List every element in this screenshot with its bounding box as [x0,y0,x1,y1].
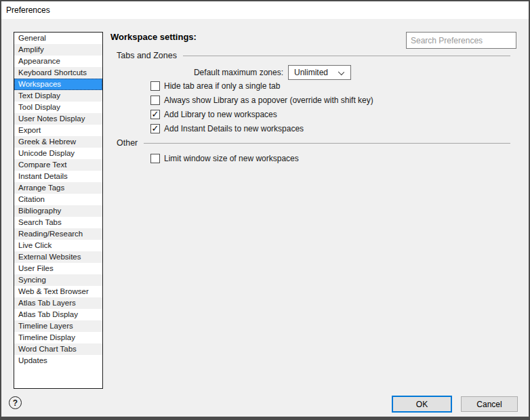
group-header-other: Other [117,138,510,148]
other-checkboxes: Limit window size of new workspaces [150,152,299,167]
question-mark-icon: ? [13,398,18,408]
search-input[interactable] [406,32,516,49]
cancel-button[interactable]: Cancel [461,396,518,412]
sidebar-item-search-tabs[interactable]: Search Tabs [14,217,102,228]
group-rule [144,143,510,144]
default-maximum-zones-label: Default maximum zones: [117,68,288,77]
ok-button[interactable]: OK [392,396,452,413]
sidebar-item-timeline-layers[interactable]: Timeline Layers [14,320,102,332]
checkbox-label: Limit window size of new workspaces [164,154,299,163]
sidebar-item-citation[interactable]: Citation [14,194,102,205]
sidebar-item-atlas-tab-display[interactable]: Atlas Tab Display [14,309,102,320]
page-title: Workspace settings: [110,32,197,42]
preferences-window: Preferences GeneralAmplifyAppearanceKeyb… [0,0,530,420]
sidebar-item-syncing[interactable]: Syncing [14,274,102,286]
group-rule [183,56,510,56]
tabs-and-zones-checkboxes: Hide tab area if only a single tabAlways… [150,80,373,137]
group-header-tabs-and-zones: Tabs and Zones [117,51,510,60]
default-maximum-zones-dropdown[interactable]: Unlimited [288,65,351,80]
sidebar-item-instant-details[interactable]: Instant Details [14,171,102,182]
sidebar-item-amplify[interactable]: Amplify [14,44,102,56]
chevron-down-icon [338,69,344,75]
checkbox-label: Add Library to new workspaces [164,110,277,119]
sidebar-item-user-files[interactable]: User Files [14,263,102,274]
checkbox-label: Hide tab area if only a single tab [164,81,280,91]
checkbox-unchecked-icon[interactable] [150,96,160,105]
sidebar-item-text-display[interactable]: Text Display [14,90,102,102]
help-button[interactable]: ? [9,396,22,409]
sidebar-item-compare-text[interactable]: Compare Text [14,159,102,171]
sidebar-item-keyboard-shortcuts[interactable]: Keyboard Shortcuts [14,67,102,79]
sidebar-list[interactable]: GeneralAmplifyAppearanceKeyboard Shortcu… [14,32,103,389]
checkbox-checked-icon[interactable]: ✓ [150,110,160,119]
checkbox-row[interactable]: Limit window size of new workspaces [150,152,299,164]
sidebar-item-atlas-tab-layers[interactable]: Atlas Tab Layers [14,297,102,309]
checkbox-label: Always show Library as a popover (overri… [164,96,373,105]
window-title: Preferences [6,5,50,15]
checkbox-row[interactable]: Always show Library as a popover (overri… [150,94,373,106]
sidebar-item-reading-research[interactable]: Reading/Research [14,228,102,240]
checkbox-row[interactable]: ✓Add Instant Details to new workspaces [150,123,373,134]
title-bar: Preferences [1,1,529,19]
default-maximum-zones-row: Default maximum zones: Unlimited [117,65,351,80]
checkbox-row[interactable]: Hide tab area if only a single tab [150,80,373,91]
group-label-other: Other [117,138,138,148]
sidebar-item-bibliography[interactable]: Bibliography [14,205,102,217]
sidebar-item-word-chart-tabs[interactable]: Word Chart Tabs [14,343,102,355]
group-label-tabs-and-zones: Tabs and Zones [117,51,177,60]
sidebar-item-live-click[interactable]: Live Click [14,240,102,251]
sidebar-item-arrange-tags[interactable]: Arrange Tags [14,182,102,194]
sidebar-item-web-text-browser[interactable]: Web & Text Browser [14,286,102,297]
dropdown-selected-value: Unlimited [294,68,328,77]
sidebar-item-unicode-display[interactable]: Unicode Display [14,148,102,159]
checkbox-checked-icon[interactable]: ✓ [150,124,160,133]
sidebar-item-workspaces[interactable]: Workspaces [14,79,102,90]
checkbox-unchecked-icon[interactable] [150,154,160,163]
sidebar-item-appearance[interactable]: Appearance [14,56,102,67]
sidebar-item-timeline-display[interactable]: Timeline Display [14,332,102,343]
sidebar-item-updates[interactable]: Updates [14,355,102,366]
checkbox-row[interactable]: ✓Add Library to new workspaces [150,108,373,120]
sidebar-item-greek-hebrew[interactable]: Greek & Hebrew [14,136,102,148]
sidebar-item-user-notes-display[interactable]: User Notes Display [14,113,102,125]
sidebar-item-tool-display[interactable]: Tool Display [14,102,102,113]
checkbox-label: Add Instant Details to new workspaces [164,124,304,133]
sidebar-item-export[interactable]: Export [14,125,102,136]
sidebar-item-external-websites[interactable]: External Websites [14,251,102,263]
sidebar-item-general[interactable]: General [14,33,102,44]
checkbox-unchecked-icon[interactable] [150,81,160,91]
